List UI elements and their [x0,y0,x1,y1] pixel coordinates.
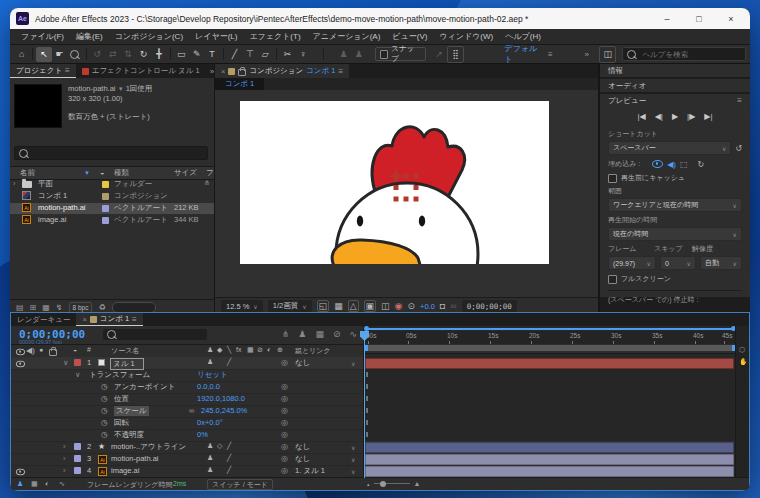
menu-animation[interactable]: アニメーション(A) [308,31,386,42]
column-type[interactable]: 種類 [114,168,129,178]
layer-name[interactable]: motion-path.ai [111,454,159,463]
label-chip-sand[interactable] [102,193,109,200]
shortcut-dropdown[interactable]: スペースバー∨ [608,141,731,155]
stopwatch-icon[interactable]: ◷ [101,430,108,439]
link-dimensions-icon[interactable]: ∞ [189,406,194,415]
expander-icon[interactable]: › [63,454,66,463]
region-of-interest-icon[interactable]: ▣ [364,300,377,312]
loop-icon[interactable]: ↻ [698,160,705,169]
expander-icon[interactable]: › [13,179,16,188]
character-tool-icon[interactable]: ♟ [351,47,366,62]
source-name-column[interactable]: ソース名 [111,346,139,356]
share-icon[interactable]: ↗ [432,47,447,62]
range-dropdown[interactable]: ワークエリアと現在の時間∨ [608,198,742,212]
snap-checkbox[interactable] [380,50,389,59]
cache-checkbox[interactable] [608,174,617,183]
play-from-dropdown[interactable]: 現在の時間∨ [608,227,742,241]
chevron-down-icon[interactable]: ∨ [351,468,355,475]
close-tab-icon[interactable]: × [221,67,225,76]
maximize-button[interactable]: □ [686,14,712,24]
pickwhip-icon[interactable]: ◎ [281,358,288,367]
proxy-toggle[interactable] [112,302,156,313]
expander-icon[interactable]: ∨ [63,358,69,367]
pen-tool-icon[interactable]: ✎ [189,47,204,62]
close-tab-icon[interactable]: × [82,315,86,324]
close-button[interactable]: × [718,14,744,24]
layer-label-red[interactable] [74,359,81,366]
adjustment-switch-icon[interactable]: ◐ [267,346,271,353]
transform-group-label[interactable]: トランスフォーム [89,370,150,380]
zoom-in-icon[interactable]: ▲ [414,480,421,487]
workspace-label[interactable]: デフォルト [504,43,543,65]
workspace-bar-icon[interactable]: ◫ [599,46,616,63]
new-composition-icon[interactable]: ▦ [42,303,50,312]
mini-flowchart-icon[interactable]: ⋔ [282,329,290,339]
resolution-dropdown[interactable]: 自動∨ [700,256,742,270]
panel-menu-icon[interactable]: ≡ [65,66,70,75]
tab-info[interactable]: 情報 [600,64,750,77]
motion-blur-icon[interactable]: ⊘ [333,329,341,339]
pickwhip-icon[interactable]: ◎ [281,430,288,439]
lock-icon[interactable] [238,69,246,76]
solo-column-icon[interactable]: ● [39,346,43,353]
include-video-eye-icon[interactable] [652,160,663,168]
exposure-value[interactable]: +0.0 [420,302,435,311]
stopwatch-icon[interactable]: ◷ [101,418,108,427]
viewer-tab[interactable]: コンポ 1 [215,78,264,90]
project-item-row-selected[interactable]: motion-path.ai ベクトルアート 212 KB [10,203,214,214]
bit-depth-button[interactable]: 8 bpc [69,302,93,313]
sort-arrow-icon[interactable]: ▼ [84,170,90,176]
first-frame-icon[interactable]: |◀ [637,112,645,121]
last-frame-icon[interactable]: ▶| [704,112,712,121]
pickwhip-icon[interactable]: ◎ [281,406,288,415]
menu-layer[interactable]: レイヤー(L) [190,31,242,42]
pan-camera-tool-icon[interactable]: ⇄ [105,47,120,62]
layer-1-duration-bar[interactable] [365,358,734,369]
motion-blur-toolbar-icon[interactable]: ⣿ [447,46,464,63]
pickwhip-icon[interactable]: ◎ [281,418,288,427]
project-search-box[interactable] [14,146,208,160]
composition-viewer[interactable] [215,90,598,298]
cache-before-playback-row[interactable]: 再生前にキャッシュ [608,173,742,183]
graph-editor-icon[interactable]: ∿ [349,329,357,339]
snap-toggle[interactable]: スナップ [375,47,426,61]
magnification-dropdown[interactable]: 12.5 %∨ [221,300,263,312]
selection-tool-icon[interactable]: ↖ [36,47,51,62]
parent-link-column[interactable]: 親とリンク [295,346,331,356]
chevron-down-icon[interactable]: ∨ [351,360,355,367]
layer-3-duration-bar[interactable] [365,454,734,465]
playhead[interactable] [364,331,365,478]
property-value[interactable]: 0.0,0.0 [197,382,220,391]
number-column[interactable]: # [87,346,91,353]
include-overlays-icon[interactable]: ⬚ [680,160,688,169]
parent-dropdown[interactable]: 1. ヌル 1 [295,466,325,476]
frame-blend-icon[interactable]: ▦ [315,329,324,339]
shy-icon[interactable]: ♟ [298,329,306,339]
shy-switch[interactable]: ♟ [207,358,213,366]
stopwatch-icon[interactable]: ◷ [101,394,108,403]
menu-file[interactable]: ファイル(F) [16,31,69,42]
fx-switch-icon[interactable]: fx [236,346,241,353]
label-chip-lavender[interactable] [102,217,109,224]
frame-rate-dropdown[interactable]: (29.97)∨ [608,256,656,270]
snapshot-camera-icon[interactable]: ◘ [440,301,445,311]
expander-icon[interactable]: ∨ [75,370,81,379]
stopwatch-icon[interactable]: ◷ [101,382,108,391]
toolbar-overflow-icon[interactable]: » [581,50,593,59]
menu-view[interactable]: ビュー(V) [387,31,432,42]
adjust-icon[interactable]: ↯ [56,303,63,312]
play-icon[interactable]: ▶ [672,112,678,121]
hand-tool-icon[interactable]: ☛ [52,47,67,62]
property-name-selected[interactable]: スケール [114,406,149,416]
property-value[interactable]: 245.0,245.0% [201,406,247,415]
frame-blend-switch-icon[interactable]: ▦ [247,346,254,354]
pickwhip-icon[interactable]: ◎ [281,454,288,463]
quality-switch[interactable]: ╱ [227,358,231,366]
project-item-row[interactable]: › 平面 フォルダー ⋔ [10,179,214,190]
tab-timeline-comp[interactable]: × コンポ 1 ≡ [76,313,142,326]
rectangle-tool-icon[interactable]: ▭ [174,47,189,62]
label-chip-yellow[interactable] [102,181,109,188]
tab-composition[interactable]: × コンポジション コンポ 1 ≡ [215,64,349,78]
work-area-start-handle[interactable] [365,345,368,351]
menu-edit[interactable]: 編集(E) [71,31,108,42]
